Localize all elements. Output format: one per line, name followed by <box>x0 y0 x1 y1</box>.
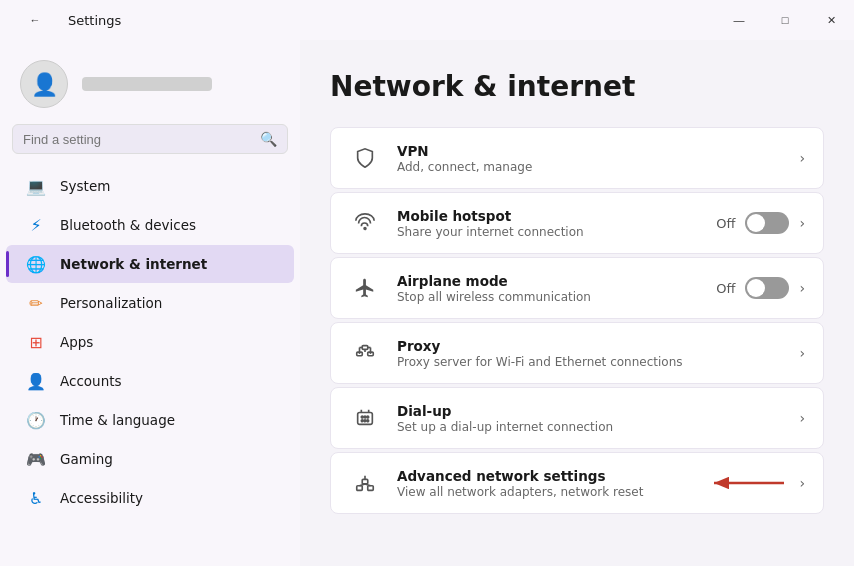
titlebar-controls: — □ ✕ <box>716 0 854 40</box>
user-name-bar <box>82 77 212 91</box>
dial-up-title: Dial-up <box>397 403 783 419</box>
proxy-text: ProxyProxy server for Wi-Fi and Ethernet… <box>397 338 783 369</box>
network-icon: 🌐 <box>26 254 46 274</box>
sidebar-item-network[interactable]: 🌐Network & internet <box>6 245 294 283</box>
airplane-mode-title: Airplane mode <box>397 273 700 289</box>
svg-line-22 <box>360 484 366 486</box>
vpn-right: › <box>799 150 805 166</box>
sidebar-label-bluetooth: Bluetooth & devices <box>60 217 196 233</box>
svg-point-16 <box>364 420 366 422</box>
proxy-title: Proxy <box>397 338 783 354</box>
setting-card-vpn[interactable]: VPNAdd, connect, manage› <box>330 127 824 189</box>
sidebar-item-apps[interactable]: ⊞Apps <box>6 323 294 361</box>
sidebar-label-accounts: Accounts <box>60 373 122 389</box>
titlebar: ← Settings — □ ✕ <box>0 0 854 40</box>
search-box[interactable]: 🔍 <box>12 124 288 154</box>
sidebar: 👤 🔍 💻System⚡Bluetooth & devices🌐Network … <box>0 40 300 566</box>
avatar: 👤 <box>20 60 68 108</box>
back-button[interactable]: ← <box>12 0 58 40</box>
search-input[interactable] <box>23 132 260 147</box>
setting-card-proxy[interactable]: ProxyProxy server for Wi-Fi and Ethernet… <box>330 322 824 384</box>
sidebar-label-system: System <box>60 178 110 194</box>
sidebar-item-accounts[interactable]: 👤Accounts <box>6 362 294 400</box>
airplane-mode-toggle[interactable] <box>745 277 789 299</box>
gaming-icon: 🎮 <box>26 449 46 469</box>
airplane-mode-text: Airplane modeStop all wireless communica… <box>397 273 700 304</box>
dial-up-right: › <box>799 410 805 426</box>
mobile-hotspot-text: Mobile hotspotShare your internet connec… <box>397 208 700 239</box>
dial-up-desc: Set up a dial-up internet connection <box>397 420 783 434</box>
vpn-desc: Add, connect, manage <box>397 160 783 174</box>
sidebar-label-network: Network & internet <box>60 256 207 272</box>
page-title: Network & internet <box>330 70 824 103</box>
airplane-mode-toggle-label: Off <box>716 281 735 296</box>
proxy-desc: Proxy server for Wi-Fi and Ethernet conn… <box>397 355 783 369</box>
proxy-icon <box>349 337 381 369</box>
dial-up-chevron: › <box>799 410 805 426</box>
dial-up-icon <box>349 402 381 434</box>
svg-line-23 <box>365 484 371 486</box>
advanced-network-right: › <box>709 473 805 493</box>
vpn-chevron: › <box>799 150 805 166</box>
mobile-hotspot-right: Off› <box>716 212 805 234</box>
close-button[interactable]: ✕ <box>808 0 854 40</box>
vpn-title: VPN <box>397 143 783 159</box>
system-icon: 💻 <box>26 176 46 196</box>
airplane-mode-right: Off› <box>716 277 805 299</box>
airplane-mode-chevron: › <box>799 280 805 296</box>
sidebar-label-apps: Apps <box>60 334 93 350</box>
svg-rect-20 <box>368 486 374 491</box>
accounts-icon: 👤 <box>26 371 46 391</box>
user-section: 👤 <box>0 40 300 124</box>
svg-point-0 <box>364 228 366 230</box>
advanced-network-text: Advanced network settingsView all networ… <box>397 468 693 499</box>
setting-card-advanced-network[interactable]: Advanced network settingsView all networ… <box>330 452 824 514</box>
nav-list: 💻System⚡Bluetooth & devices🌐Network & in… <box>0 166 300 566</box>
airplane-mode-desc: Stop all wireless communication <box>397 290 700 304</box>
setting-card-airplane-mode[interactable]: Airplane modeStop all wireless communica… <box>330 257 824 319</box>
minimize-button[interactable]: — <box>716 0 762 40</box>
mobile-hotspot-desc: Share your internet connection <box>397 225 700 239</box>
search-icon: 🔍 <box>260 131 277 147</box>
svg-point-13 <box>364 416 366 418</box>
svg-rect-19 <box>362 479 368 484</box>
proxy-chevron: › <box>799 345 805 361</box>
svg-point-15 <box>361 420 363 422</box>
sidebar-label-personalization: Personalization <box>60 295 162 311</box>
avatar-icon: 👤 <box>31 72 58 97</box>
sidebar-item-bluetooth[interactable]: ⚡Bluetooth & devices <box>6 206 294 244</box>
advanced-network-desc: View all network adapters, network reset <box>397 485 693 499</box>
sidebar-label-gaming: Gaming <box>60 451 113 467</box>
airplane-mode-icon <box>349 272 381 304</box>
app-body: 👤 🔍 💻System⚡Bluetooth & devices🌐Network … <box>0 40 854 566</box>
sidebar-item-gaming[interactable]: 🎮Gaming <box>6 440 294 478</box>
sidebar-label-time: Time & language <box>60 412 175 428</box>
sidebar-item-system[interactable]: 💻System <box>6 167 294 205</box>
accessibility-icon: ♿ <box>26 488 46 508</box>
proxy-right: › <box>799 345 805 361</box>
settings-list: VPNAdd, connect, manage›Mobile hotspotSh… <box>330 127 824 514</box>
vpn-text: VPNAdd, connect, manage <box>397 143 783 174</box>
advanced-network-title: Advanced network settings <box>397 468 693 484</box>
advanced-network-chevron: › <box>799 475 805 491</box>
svg-point-14 <box>367 416 369 418</box>
mobile-hotspot-icon <box>349 207 381 239</box>
mobile-hotspot-toggle[interactable] <box>745 212 789 234</box>
bluetooth-icon: ⚡ <box>26 215 46 235</box>
personalization-icon: ✏️ <box>26 293 46 313</box>
mobile-hotspot-title: Mobile hotspot <box>397 208 700 224</box>
svg-point-17 <box>367 420 369 422</box>
titlebar-title: Settings <box>68 13 121 28</box>
sidebar-item-accessibility[interactable]: ♿Accessibility <box>6 479 294 517</box>
apps-icon: ⊞ <box>26 332 46 352</box>
svg-point-12 <box>361 416 363 418</box>
setting-card-dial-up[interactable]: Dial-upSet up a dial-up internet connect… <box>330 387 824 449</box>
advanced-network-icon <box>349 467 381 499</box>
sidebar-item-personalization[interactable]: ✏️Personalization <box>6 284 294 322</box>
titlebar-left: ← Settings <box>12 0 121 40</box>
setting-card-mobile-hotspot[interactable]: Mobile hotspotShare your internet connec… <box>330 192 824 254</box>
maximize-button[interactable]: □ <box>762 0 808 40</box>
mobile-hotspot-toggle-label: Off <box>716 216 735 231</box>
sidebar-item-time[interactable]: 🕐Time & language <box>6 401 294 439</box>
mobile-hotspot-chevron: › <box>799 215 805 231</box>
